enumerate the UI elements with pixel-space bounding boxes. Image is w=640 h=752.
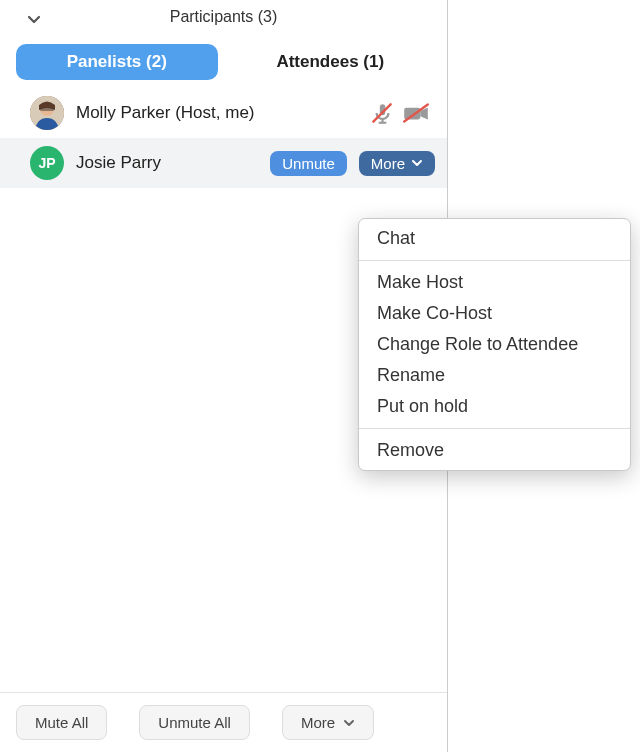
- menu-item-make-cohost[interactable]: Make Co-Host: [359, 298, 630, 329]
- menu-item-rename[interactable]: Rename: [359, 360, 630, 391]
- avatar: [30, 96, 64, 130]
- svg-rect-8: [404, 108, 420, 120]
- panelist-list: Molly Parker (Host, me): [0, 88, 447, 188]
- status-icons: [369, 100, 431, 126]
- avatar: JP: [30, 146, 64, 180]
- more-button[interactable]: More: [359, 151, 435, 176]
- menu-item-chat[interactable]: Chat: [359, 223, 630, 254]
- panel-title: Participants (3): [170, 8, 278, 26]
- menu-separator: [359, 428, 630, 429]
- menu-item-change-role[interactable]: Change Role to Attendee: [359, 329, 630, 360]
- footer: Mute All Unmute All More: [0, 692, 447, 752]
- chevron-down-icon: [343, 717, 355, 729]
- footer-more-label: More: [301, 714, 335, 731]
- tab-attendees[interactable]: Attendees (1): [230, 44, 432, 80]
- mic-muted-icon: [369, 100, 395, 126]
- more-button-label: More: [371, 155, 405, 172]
- participant-name: Josie Parry: [76, 153, 258, 173]
- menu-separator: [359, 260, 630, 261]
- menu-item-remove[interactable]: Remove: [359, 435, 630, 466]
- panel-header: Participants (3): [0, 0, 447, 32]
- list-item[interactable]: JP Josie Parry Unmute More: [0, 138, 447, 188]
- svg-rect-3: [40, 108, 54, 111]
- unmute-button[interactable]: Unmute: [270, 151, 347, 176]
- tab-panelists[interactable]: Panelists (2): [16, 44, 218, 80]
- tabs: Panelists (2) Attendees (1): [0, 32, 447, 88]
- unmute-all-button[interactable]: Unmute All: [139, 705, 250, 740]
- collapse-chevron-icon[interactable]: [26, 12, 42, 28]
- menu-item-put-on-hold[interactable]: Put on hold: [359, 391, 630, 422]
- avatar-initials: JP: [38, 155, 55, 171]
- context-menu: Chat Make Host Make Co-Host Change Role …: [358, 218, 631, 471]
- participant-name: Molly Parker (Host, me): [76, 103, 357, 123]
- footer-more-button[interactable]: More: [282, 705, 374, 740]
- list-item[interactable]: Molly Parker (Host, me): [0, 88, 447, 138]
- menu-item-make-host[interactable]: Make Host: [359, 267, 630, 298]
- video-off-icon: [401, 100, 431, 126]
- mute-all-button[interactable]: Mute All: [16, 705, 107, 740]
- chevron-down-icon: [411, 157, 423, 169]
